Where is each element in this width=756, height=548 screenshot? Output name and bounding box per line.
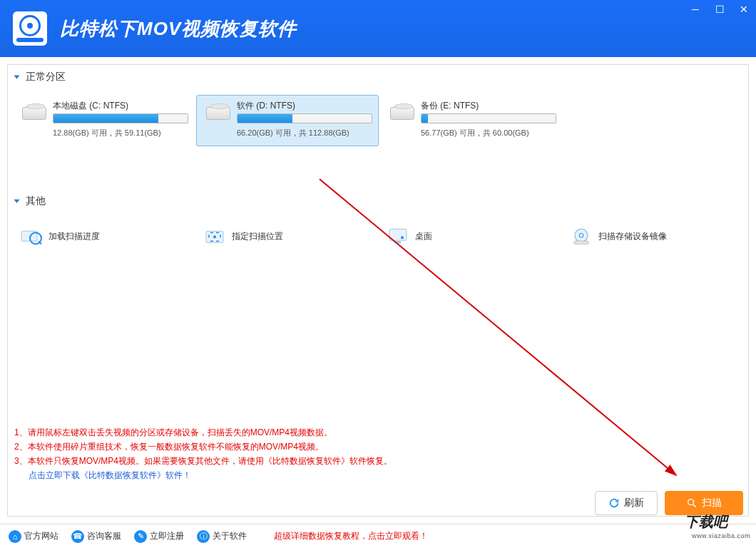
other-action-item[interactable]: 桌面: [379, 220, 561, 252]
watermark-text: 下载吧: [685, 512, 727, 532]
bottom-bar-link[interactable]: ☎咨询客服: [71, 530, 121, 543]
refresh-button[interactable]: 刷新: [595, 491, 658, 515]
watermark: 下载吧 www.xiazaiba.com: [656, 504, 756, 539]
bottom-bar-link[interactable]: ⓘ关于软件: [197, 530, 247, 543]
main-panel: 正常分区 本地磁盘 (C: NTFS) 12.88(GB) 可用，共 59.11…: [7, 64, 749, 517]
disk-icon: [203, 100, 234, 123]
svg-rect-9: [574, 241, 588, 244]
partition-item[interactable]: 本地磁盘 (C: NTFS) 12.88(GB) 可用，共 59.11(GB): [12, 95, 195, 146]
bottom-bar-icon: ⌂: [9, 530, 21, 543]
tutorial-link[interactable]: 超级详细数据恢复教程，点击立即观看！: [274, 530, 428, 542]
load-progress-icon: [19, 225, 44, 247]
desktop-icon: [385, 225, 411, 247]
partition-info: 软件 (D: NTFS) 66.20(GB) 可用，共 112.88(GB): [237, 100, 372, 138]
other-action-item[interactable]: 扫描存储设备镜像: [562, 220, 744, 252]
usage-bar: [237, 113, 372, 123]
partition-info: 备份 (E: NTFS) 56.77(GB) 可用，共 60.00(GB): [421, 100, 556, 138]
partitions-list: 本地磁盘 (C: NTFS) 12.88(GB) 可用，共 59.11(GB) …: [8, 89, 748, 161]
bottom-bar-label: 咨询客服: [87, 530, 121, 542]
bottom-bar-label: 官方网站: [24, 530, 58, 542]
other-action-label: 加载扫描进度: [48, 230, 100, 243]
partition-name: 备份 (E: NTFS): [421, 100, 556, 112]
svg-point-6: [401, 236, 404, 239]
usage-bar: [53, 113, 188, 123]
app-title: 比特松下MOV视频恢复软件: [60, 16, 297, 41]
other-action-label: 桌面: [415, 230, 432, 243]
other-action-label: 指定扫描位置: [232, 230, 283, 243]
close-button[interactable]: ✕: [732, 0, 756, 19]
partition-item[interactable]: 软件 (D: NTFS) 66.20(GB) 可用，共 112.88(GB): [196, 95, 379, 146]
watermark-url: www.xiazaiba.com: [692, 532, 750, 539]
bottom-bar: ⌂官方网站☎咨询客服✎立即注册ⓘ关于软件 超级详细数据恢复教程，点击立即观看！: [0, 524, 756, 548]
bottom-bar-link[interactable]: ⌂官方网站: [9, 530, 58, 543]
others-title: 其他: [26, 195, 46, 208]
usage-bar: [421, 113, 556, 123]
refresh-label: 刷新: [624, 497, 644, 509]
maximize-button[interactable]: ☐: [708, 0, 732, 19]
main-content: 正常分区 本地磁盘 (C: NTFS) 12.88(GB) 可用，共 59.11…: [0, 57, 756, 524]
tip-line-2: 2、本软件使用碎片重组技术，恢复一般数据恢复软件不能恢复的MOV/MP4视频。: [14, 440, 392, 454]
other-action-item[interactable]: 指定扫描位置: [195, 220, 377, 252]
refresh-icon: [608, 497, 620, 509]
partition-name: 本地磁盘 (C: NTFS): [53, 100, 188, 112]
partition-detail: 56.77(GB) 可用，共 60.00(GB): [421, 128, 556, 138]
bottom-bar-label: 关于软件: [213, 530, 247, 542]
partition-name: 软件 (D: NTFS): [237, 100, 372, 112]
others-list: 加载扫描进度 指定扫描位置 桌面 扫描存储设备镜像: [8, 213, 748, 259]
minimize-button[interactable]: ─: [683, 0, 708, 19]
triangle-icon: [14, 76, 20, 79]
other-action-label: 扫描存储设备镜像: [598, 230, 667, 243]
tip-line-1: 1、请用鼠标左键双击丢失视频的分区或存储设备，扫描丢失的MOV/MP4视频数据。: [14, 425, 392, 440]
set-location-icon: [202, 225, 228, 247]
other-action-item[interactable]: 加载扫描进度: [12, 220, 194, 252]
window-controls: ─ ☐ ✕: [683, 0, 756, 19]
disk-icon: [387, 100, 418, 123]
bottom-bar-icon: ⓘ: [197, 530, 210, 543]
svg-rect-4: [389, 229, 407, 240]
bottom-bar-link[interactable]: ✎立即注册: [134, 530, 184, 543]
partition-info: 本地磁盘 (C: NTFS) 12.88(GB) 可用，共 59.11(GB): [53, 100, 188, 138]
app-logo: [13, 11, 47, 46]
bottom-bar-label: 立即注册: [150, 530, 184, 542]
partition-detail: 66.20(GB) 可用，共 112.88(GB): [237, 128, 372, 138]
tip-line-3: 3、本软件只恢复MOV/MP4视频。如果需要恢复其他文件，请使用《比特数据恢复软…: [14, 454, 392, 468]
tip-download-link[interactable]: 点击立即下载《比特数据恢复软件》软件！: [14, 468, 392, 482]
partition-item[interactable]: 备份 (E: NTFS) 56.77(GB) 可用，共 60.00(GB): [380, 95, 563, 146]
partitions-header: 正常分区: [8, 65, 748, 89]
bottom-bar-icon: ☎: [71, 530, 84, 543]
svg-rect-5: [395, 241, 401, 243]
triangle-icon: [14, 200, 20, 203]
partition-detail: 12.88(GB) 可用，共 59.11(GB): [53, 128, 188, 138]
title-bar: 比特松下MOV视频恢复软件 ─ ☐ ✕: [0, 0, 756, 57]
svg-point-3: [213, 235, 216, 238]
partitions-title: 正常分区: [26, 71, 66, 83]
disk-icon: [19, 100, 50, 123]
scan-image-icon: [568, 225, 594, 247]
bottom-bar-icon: ✎: [134, 530, 147, 543]
tips-block: 1、请用鼠标左键双击丢失视频的分区或存储设备，扫描丢失的MOV/MP4视频数据。…: [14, 425, 392, 482]
svg-point-7: [575, 229, 588, 242]
others-header: 其他: [8, 189, 748, 213]
